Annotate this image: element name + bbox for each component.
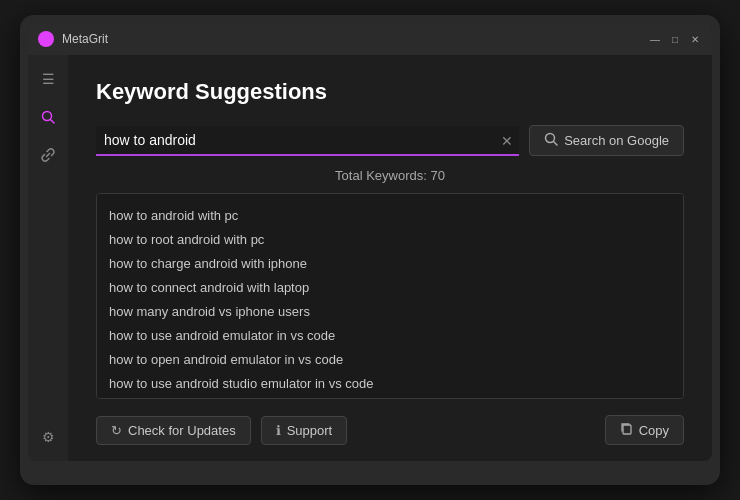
- list-item: how to open android emulator in vs code: [109, 348, 671, 372]
- support-label: Support: [287, 423, 333, 438]
- app-container: ☰ ⚙ Keyword Sugge: [28, 55, 712, 461]
- list-item: how to root android with pc: [109, 228, 671, 252]
- copy-label: Copy: [639, 423, 669, 438]
- window-controls: — □ ✕: [648, 32, 702, 46]
- search-row: ✕ Search on Google: [96, 125, 684, 156]
- app-name: MetaGrit: [62, 32, 108, 46]
- list-item: how to use android emulator in vs code: [109, 324, 671, 348]
- copy-icon: [620, 422, 633, 438]
- list-item: how to run vscode on android: [109, 396, 671, 399]
- search-clear-button[interactable]: ✕: [501, 133, 513, 149]
- svg-rect-4: [623, 425, 631, 434]
- list-item: how to connect android with laptop: [109, 276, 671, 300]
- sidebar-item-search[interactable]: [34, 103, 62, 131]
- copy-button[interactable]: Copy: [605, 415, 684, 445]
- sidebar: ☰ ⚙: [28, 55, 68, 461]
- search-icon: [544, 132, 558, 149]
- list-item: how many android vs iphone users: [109, 300, 671, 324]
- total-keywords: Total Keywords: 70: [96, 168, 684, 183]
- list-item: how to charge android with iphone: [109, 252, 671, 276]
- check-updates-label: Check for Updates: [128, 423, 236, 438]
- main-content: Keyword Suggestions ✕: [68, 55, 712, 461]
- check-updates-button[interactable]: ↻ Check for Updates: [96, 416, 251, 445]
- list-item: how to use android studio emulator in vs…: [109, 372, 671, 396]
- close-button[interactable]: ✕: [688, 32, 702, 46]
- footer-bar: ↻ Check for Updates ℹ Support: [96, 415, 684, 445]
- support-button[interactable]: ℹ Support: [261, 416, 348, 445]
- svg-line-3: [554, 142, 558, 146]
- sidebar-item-settings[interactable]: ⚙: [34, 423, 62, 451]
- search-google-label: Search on Google: [564, 133, 669, 148]
- list-item: how to android with pc: [109, 204, 671, 228]
- search-google-button[interactable]: Search on Google: [529, 125, 684, 156]
- app-favicon: [38, 31, 54, 47]
- refresh-icon: ↻: [111, 423, 122, 438]
- page-title: Keyword Suggestions: [96, 79, 684, 105]
- keywords-box[interactable]: how to android with pchow to root androi…: [96, 193, 684, 399]
- search-input-wrapper: ✕: [96, 126, 519, 156]
- title-bar: MetaGrit — □ ✕: [28, 23, 712, 55]
- info-icon: ℹ: [276, 423, 281, 438]
- sidebar-item-link[interactable]: [34, 141, 62, 169]
- minimize-button[interactable]: —: [648, 32, 662, 46]
- maximize-button[interactable]: □: [668, 32, 682, 46]
- search-input[interactable]: [96, 126, 519, 156]
- sidebar-item-menu[interactable]: ☰: [34, 65, 62, 93]
- svg-line-1: [51, 120, 55, 124]
